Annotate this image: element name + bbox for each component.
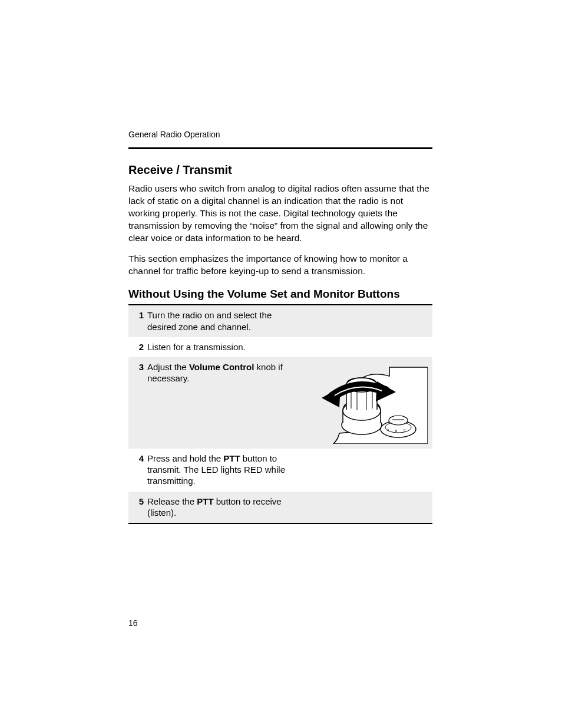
steps-table: 1 Turn the radio on and select the desir… xyxy=(128,304,432,524)
page: General Radio Operation Receive / Transm… xyxy=(0,0,562,728)
step-text: Press and hold the PTT button to transmi… xyxy=(147,453,286,487)
step-number: 5 xyxy=(132,496,147,507)
svg-text:C: C xyxy=(404,429,406,432)
paragraph-intro-1: Radio users who switch from analog to di… xyxy=(128,183,432,245)
volume-knob-icon: A B C xyxy=(310,361,428,444)
paragraph-intro-2: This section emphasizes the importance o… xyxy=(128,253,432,278)
step-number: 3 xyxy=(132,361,147,373)
step-text: Listen for a transmission. xyxy=(147,341,286,353)
step-text: Release the PTT button to receive (liste… xyxy=(147,496,286,518)
step-number: 4 xyxy=(132,453,147,464)
page-number: 16 xyxy=(128,618,138,628)
step-text: Turn the radio on and select the desired… xyxy=(147,309,286,332)
svg-point-10 xyxy=(389,416,408,425)
step-row: 4 Press and hold the PTT button to trans… xyxy=(128,449,432,492)
running-head: General Radio Operation xyxy=(128,130,432,139)
step-illustration: A B C xyxy=(286,361,428,444)
step-text: Adjust the Volume Control knob if necess… xyxy=(147,361,286,384)
header-rule xyxy=(128,147,432,149)
step-row: 2 Listen for a transmission. xyxy=(128,337,432,357)
subsection-title-without-volume-monitor: Without Using the Volume Set and Monitor… xyxy=(128,288,432,301)
step-row: 1 Turn the radio on and select the desir… xyxy=(128,305,432,337)
step-number: 2 xyxy=(132,341,147,353)
step-row: 5 Release the PTT button to receive (lis… xyxy=(128,492,432,523)
step-number: 1 xyxy=(132,309,147,321)
section-title-receive-transmit: Receive / Transmit xyxy=(128,163,432,177)
step-row: 3 Adjust the Volume Control knob if nece… xyxy=(128,357,432,449)
